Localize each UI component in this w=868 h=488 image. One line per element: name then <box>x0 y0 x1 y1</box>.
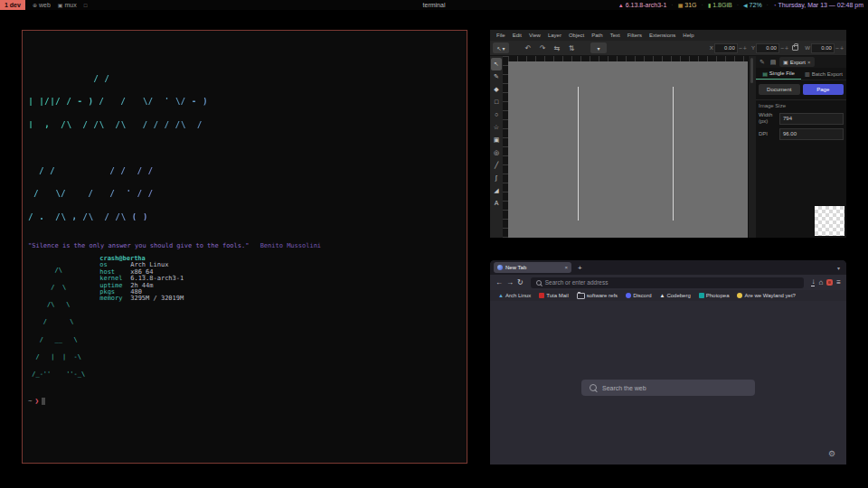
single-file-tab[interactable]: ▤ Single File <box>756 68 801 80</box>
x-coordinate-field[interactable]: X 0.00 − + <box>710 43 747 53</box>
bookmark-label: Tuta Mail <box>546 293 568 298</box>
menu-file[interactable]: File <box>493 33 509 38</box>
shell-prompt[interactable]: ~ ❯ <box>28 397 467 405</box>
workspace-web[interactable]: ⊕ web <box>33 2 51 8</box>
menu-path[interactable]: Path <box>588 33 606 38</box>
shape-builder-tool[interactable]: ◆ <box>491 83 502 96</box>
new-tab-button[interactable]: + <box>578 264 582 272</box>
menu-view[interactable]: View <box>525 33 544 38</box>
calligraphy-tool[interactable]: ◢ <box>491 184 502 197</box>
bookmark-codeberg[interactable]: ▲ Codeberg <box>659 293 690 298</box>
bookmark-software-refs-folder[interactable]: software refs <box>577 293 618 299</box>
personalize-gear-icon[interactable]: ⚙ <box>828 449 835 458</box>
canvas-area[interactable] <box>508 56 748 238</box>
bookmark-wayland[interactable]: Are we Wayland yet? <box>737 293 795 298</box>
canvas-scrollbar[interactable] <box>748 56 756 238</box>
separator: · <box>737 2 739 8</box>
page-scope-button[interactable]: Page <box>803 84 844 95</box>
volume-level: 72% <box>750 2 762 8</box>
globe-icon: ⊕ <box>33 2 37 8</box>
batch-export-tab[interactable]: ▥ Batch Export <box>801 68 846 80</box>
list-tabs-chevron-icon[interactable]: ▾ <box>837 265 843 271</box>
bookmark-label: Are we Wayland yet? <box>744 293 795 298</box>
kernel-version: 6.13.8-arch3-1 <box>626 2 667 8</box>
width-label: Width (px) <box>759 112 777 125</box>
y-coordinate-field[interactable]: Y 0.00 − + <box>751 43 788 53</box>
inkscape-canvas[interactable] <box>508 61 748 238</box>
decrement-button[interactable]: − <box>780 45 784 52</box>
decrement-button[interactable]: − <box>835 45 839 52</box>
increment-button[interactable]: + <box>785 45 788 52</box>
document-dock-icon[interactable]: ▤ <box>769 59 778 66</box>
y-label: Y <box>751 45 755 51</box>
bookmark-label: Photopea <box>706 293 730 298</box>
scrollbar-thumb[interactable] <box>750 58 753 83</box>
adblock-extension-icon[interactable] <box>826 279 833 286</box>
y-value[interactable]: 0.00 <box>756 43 779 53</box>
bookmark-discord[interactable]: Discord <box>626 293 651 298</box>
menu-extensions[interactable]: Extensions <box>646 33 679 38</box>
pencil-tool[interactable]: ╱ <box>491 159 502 172</box>
workspace-dev[interactable]: 1 dev <box>0 0 25 10</box>
menu-object[interactable]: Object <box>565 33 588 38</box>
downloads-button[interactable]: ↓ <box>811 278 815 286</box>
menu-help[interactable]: Help <box>679 33 697 38</box>
x-value[interactable]: 0.00 <box>714 43 738 53</box>
decrement-button[interactable]: − <box>739 45 742 52</box>
lock-ratio-icon[interactable] <box>792 45 798 51</box>
rotate-ccw-button[interactable]: ↶ <box>522 44 534 52</box>
spiral-tool[interactable]: ◎ <box>491 146 502 159</box>
export-tab[interactable]: ▣ Export × <box>779 57 815 67</box>
address-placeholder: Search or enter address <box>545 279 609 286</box>
bookmark-arch-linux[interactable]: ▲ Arch Linux <box>498 293 531 298</box>
bookmark-tuta-mail[interactable]: Tuta Mail <box>539 293 568 298</box>
close-icon[interactable]: × <box>807 60 811 65</box>
selection-mode-dropdown[interactable]: ↖ ▾ <box>493 42 509 53</box>
w-field[interactable]: W 0.00 − + <box>805 43 844 53</box>
menu-text[interactable]: Text <box>607 33 624 38</box>
back-button[interactable]: ← <box>495 278 503 286</box>
node-tool[interactable]: ✎ <box>491 70 502 83</box>
forward-button[interactable]: → <box>506 278 514 286</box>
w-value[interactable]: 0.00 <box>811 43 835 53</box>
active-tab[interactable]: New Tab × <box>494 262 571 273</box>
volume-module: ◀ 72% <box>743 2 762 8</box>
workspace-web-label: web <box>39 2 51 8</box>
star-tool[interactable]: ☆ <box>491 121 502 134</box>
reload-button[interactable]: ↻ <box>517 278 524 286</box>
separator: · <box>767 2 769 8</box>
selector-tool[interactable]: ↖ <box>491 58 502 70</box>
menu-layer[interactable]: Layer <box>544 33 565 38</box>
inkscape-window[interactable]: File Edit View Layer Object Path Text Fi… <box>490 30 846 238</box>
width-input[interactable]: 794 <box>779 113 844 125</box>
flip-horizontal-button[interactable]: ⇆ <box>551 44 563 52</box>
workspace-empty[interactable]: □ <box>84 3 88 8</box>
export-panel: ✎ ▤ ▣ Export × ▤ Single File ▥ Batch Exp… <box>756 56 846 238</box>
status-modules: ▲ 6.13.8-arch3-1 · ▦ 31G · ▮ 1.8GiB · ◀ … <box>618 2 868 8</box>
menu-button[interactable]: ≡ <box>836 278 841 286</box>
page-border <box>578 87 579 221</box>
bookmark-photopea[interactable]: Photopea <box>699 293 730 298</box>
rotate-cw-button[interactable]: ↷ <box>536 44 549 52</box>
increment-button[interactable]: + <box>743 45 747 52</box>
align-dropdown[interactable]: ▾ <box>590 42 607 53</box>
web-search-input[interactable]: Search the web <box>581 380 755 396</box>
menu-edit[interactable]: Edit <box>509 33 525 38</box>
browser-window[interactable]: New Tab × + ▾ ← → ↻ Search or enter addr… <box>490 260 846 465</box>
pen-tool[interactable]: ∫ <box>491 172 502 184</box>
address-bar[interactable]: Search or enter address <box>531 277 805 288</box>
menu-filters[interactable]: Filters <box>624 33 646 38</box>
workspace-mux[interactable]: ▣ mux <box>58 2 77 8</box>
increment-button[interactable]: + <box>840 45 844 52</box>
dpi-input[interactable]: 96.00 <box>779 128 844 140</box>
close-tab-icon[interactable]: × <box>564 265 568 270</box>
rectangle-tool[interactable]: □ <box>491 96 502 108</box>
terminal-window[interactable]: __ _ _____ / /______ __ _ ___ | |/|/ / -… <box>22 30 467 464</box>
flip-vertical-button[interactable]: ⇅ <box>565 44 578 52</box>
ellipse-tool[interactable]: ○ <box>491 108 502 121</box>
home-button[interactable]: ⌂ <box>818 278 823 286</box>
fill-stroke-dock-icon[interactable]: ✎ <box>758 59 767 66</box>
box3d-tool[interactable]: ▣ <box>491 134 502 146</box>
document-scope-button[interactable]: Document <box>759 84 800 95</box>
text-tool[interactable]: A <box>491 197 502 210</box>
